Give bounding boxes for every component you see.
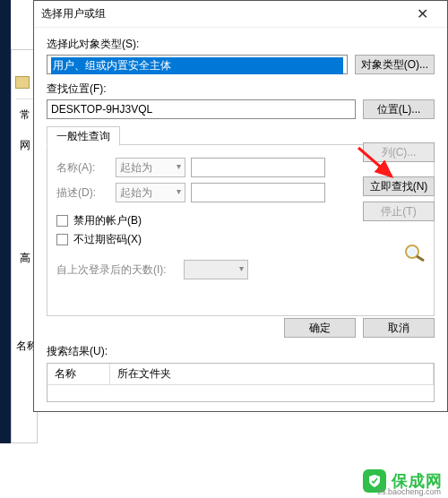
bg-text-2: 网 (20, 138, 30, 153)
find-now-button[interactable]: 立即查找(N) (363, 176, 435, 196)
non-expiring-label: 不过期密码(X) (73, 232, 142, 247)
lastlogon-label: 自上次登录后的天数(I): (56, 262, 177, 278)
svg-line-1 (417, 256, 424, 261)
column-folder[interactable]: 所在文件夹 (110, 364, 434, 384)
select-users-dialog: 选择用户或组 ✕ 选择此对象类型(S): 用户、组或内置安全主体 对象类型(O)… (33, 0, 448, 412)
column-name[interactable]: 名称 (47, 364, 110, 384)
object-type-field[interactable]: 用户、组或内置安全主体 (47, 55, 348, 74)
location-label: 查找位置(F): (47, 82, 435, 97)
desc-field[interactable] (191, 183, 325, 202)
object-type-value: 用户、组或内置安全主体 (51, 57, 343, 74)
folder-icon (15, 76, 30, 89)
stop-button: 停止(T) (363, 202, 435, 221)
divider (16, 99, 34, 99)
lastlogon-combo[interactable] (184, 260, 248, 279)
background-stripe (0, 0, 11, 443)
columns-button: 列(C)... (363, 142, 435, 162)
svg-point-2 (408, 247, 417, 256)
dialog-title: 选择用户或组 (41, 6, 404, 21)
object-type-label: 选择此对象类型(S): (47, 37, 435, 52)
desc-match-combo[interactable]: 起始为 (116, 183, 185, 202)
desc-label: 描述(D): (56, 185, 110, 201)
name-label: 名称(A): (56, 160, 110, 176)
magnifier-icon (402, 243, 429, 262)
results-label: 搜索结果(U): (47, 344, 108, 359)
name-field[interactable] (191, 158, 325, 177)
location-field[interactable] (47, 99, 356, 119)
disabled-accounts-checkbox[interactable] (56, 215, 68, 227)
bg-text-3: 高 (20, 251, 30, 266)
object-types-button[interactable]: 对象类型(O)... (355, 55, 435, 74)
close-button[interactable]: ✕ (404, 2, 440, 27)
tab-general-query[interactable]: 一般性查询 (47, 126, 120, 146)
watermark-url: zs.baocheng.com (377, 487, 441, 496)
disabled-accounts-label: 禁用的帐户(B) (73, 213, 142, 228)
bg-text-1: 常 (20, 107, 30, 123)
titlebar: 选择用户或组 ✕ (34, 1, 447, 28)
non-expiring-checkbox[interactable] (56, 234, 68, 245)
results-table[interactable]: 名称 所在文件夹 (47, 363, 435, 402)
ok-button[interactable]: 确定 (284, 318, 356, 338)
cancel-button[interactable]: 取消 (363, 318, 435, 338)
locations-button[interactable]: 位置(L)... (363, 99, 435, 119)
name-match-combo[interactable]: 起始为 (116, 158, 185, 177)
